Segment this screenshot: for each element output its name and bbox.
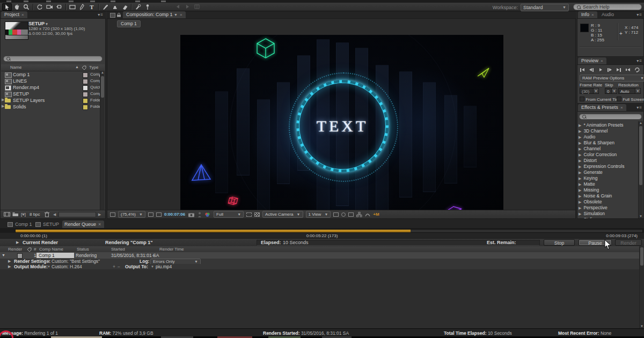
close-icon[interactable]: ×	[180, 12, 182, 17]
timeline-button-icon[interactable]	[348, 212, 354, 217]
stop-button[interactable]: Stop	[544, 239, 575, 246]
workspace-grid-icon[interactable]	[192, 3, 202, 11]
trash-icon[interactable]	[45, 211, 49, 217]
scroll-left-icon[interactable]: ◀	[53, 212, 56, 217]
tab-setup-timeline[interactable]: SETUP	[33, 221, 62, 228]
exposure-badge[interactable]: +M	[373, 212, 379, 217]
workspace-prev-icon[interactable]	[173, 3, 182, 11]
chevron-down-icon[interactable]: ▼	[151, 264, 154, 269]
from-current-time-checkbox[interactable]: From Current Time	[580, 97, 621, 102]
tab-comp1-timeline[interactable]: Comp 1	[5, 221, 35, 228]
motion-blur-icon[interactable]	[365, 212, 370, 217]
sort-asc-icon[interactable]: ▲	[75, 65, 79, 69]
label-swatch[interactable]	[83, 105, 88, 110]
effects-category[interactable]: ▶Obsolete	[579, 199, 602, 204]
new-folder-icon[interactable]	[12, 212, 19, 217]
magnification-dropdown[interactable]: (75,4%)▼	[118, 211, 145, 218]
tab-effects-presets[interactable]: Effects & Presets×	[578, 104, 626, 111]
close-icon[interactable]: ×	[620, 105, 623, 110]
selection-tool-icon[interactable]	[2, 3, 12, 11]
frame-rate-field[interactable]: (30)	[580, 88, 594, 94]
audio-icon[interactable]	[625, 67, 631, 72]
roto-brush-tool-icon[interactable]	[133, 3, 143, 11]
disclosure-icon[interactable]: ▶	[8, 259, 11, 264]
tab-composition[interactable]: Composition: Comp 1 ▼×	[123, 11, 186, 18]
search-help-input[interactable]: Search Help	[573, 4, 642, 10]
horizontal-scrollbar[interactable]	[58, 212, 96, 217]
label-swatch[interactable]	[83, 79, 88, 84]
effects-category[interactable]: ▶3D Channel	[579, 128, 608, 134]
remove-output-icon[interactable]: −	[118, 264, 120, 269]
render-queue-row[interactable]: ▼ 1 Comp 1 Rendering 31/05/2016, 8:31:01…	[0, 252, 644, 259]
label-column-icon[interactable]	[27, 247, 32, 252]
effects-category[interactable]: ▶Channel	[579, 146, 601, 151]
puppet-pin-tool-icon[interactable]	[143, 3, 152, 11]
workspace-next-icon[interactable]	[182, 3, 192, 11]
panel-menu-icon[interactable]: ▾≡	[636, 105, 642, 110]
next-frame-icon[interactable]	[606, 67, 613, 72]
previous-frame-icon[interactable]	[588, 67, 595, 72]
disclosure-icon[interactable]: ▶	[2, 104, 4, 108]
effects-category[interactable]: ▶Keying	[579, 175, 597, 181]
channels-icon[interactable]	[204, 212, 211, 217]
composition-canvas[interactable]: TEXT	[180, 35, 503, 217]
pan-behind-tool-icon[interactable]	[54, 3, 64, 11]
shape-tool-icon[interactable]	[68, 3, 77, 11]
effects-scrollbar[interactable]: ▲ ▼	[638, 121, 643, 218]
effects-category[interactable]: ▶Missing	[579, 187, 599, 193]
effects-category[interactable]: ▶Expression Controls	[579, 164, 624, 169]
close-icon[interactable]: ×	[21, 12, 24, 17]
effects-category[interactable]: ▶Perspective	[579, 205, 608, 210]
frame-rate-dropdown-icon[interactable]: ▼	[593, 88, 599, 94]
lock-icon[interactable]	[116, 13, 121, 17]
panel-menu-icon[interactable]: ▾≡	[636, 58, 642, 63]
add-output-icon[interactable]: +	[113, 264, 115, 269]
tab-render-queue[interactable]: Render Queue×	[62, 221, 104, 228]
disclosure-icon[interactable]: ▶	[8, 264, 11, 269]
resolution-dropdown[interactable]: Full▼	[214, 211, 244, 218]
project-item-row[interactable]: ▶ SETUP Layers Folder	[1, 97, 101, 104]
project-item-row[interactable]: Comp 1 Comp	[1, 71, 101, 78]
selected-item-name[interactable]: SETUP ▾	[28, 21, 48, 26]
flowchart-icon[interactable]	[356, 212, 362, 217]
first-frame-icon[interactable]	[579, 67, 586, 72]
eraser-tool-icon[interactable]	[120, 3, 129, 11]
close-icon[interactable]: ×	[601, 58, 603, 63]
tab-preview[interactable]: Preview×	[578, 57, 606, 64]
hand-tool-icon[interactable]	[12, 3, 21, 11]
effects-category[interactable]: ▶Noise & Grain	[579, 193, 612, 199]
label-swatch[interactable]	[83, 92, 88, 97]
full-screen-checkbox[interactable]: Full Screen	[617, 97, 644, 102]
effects-category[interactable]: ▶Distort	[579, 158, 597, 163]
render-settings-value[interactable]: Custom: "Best Settings"	[52, 259, 100, 264]
camera-tool-icon[interactable]	[45, 3, 54, 11]
type-tool-icon[interactable]: T	[87, 3, 97, 11]
fast-preview-icon[interactable]	[341, 212, 346, 217]
effects-category[interactable]: ▶* Animation Presets	[579, 122, 624, 128]
chevron-down-icon[interactable]: ▼	[174, 13, 178, 17]
last-frame-icon[interactable]	[616, 67, 622, 72]
current-time-display[interactable]: 0:00:07:06	[164, 212, 185, 217]
grid-guides-icon[interactable]	[148, 212, 153, 217]
view-layout-3d-dropdown[interactable]: Active Camera▼	[262, 211, 303, 218]
project-column-header[interactable]: Name ▲ Type	[1, 64, 105, 71]
interpret-footage-icon[interactable]	[4, 212, 10, 217]
always-preview-icon[interactable]	[110, 212, 115, 217]
close-icon[interactable]: ×	[98, 221, 101, 228]
project-settings-button[interactable]: [¥]	[21, 212, 26, 217]
effects-search-input[interactable]	[579, 114, 642, 120]
transparency-grid-icon[interactable]	[254, 212, 260, 217]
loop-icon[interactable]	[634, 67, 640, 72]
effects-category[interactable]: ▶Blur & Sharpen	[579, 140, 614, 145]
effects-category[interactable]: ▶Generate	[579, 170, 603, 175]
snapshot-icon[interactable]	[188, 212, 195, 217]
effects-category[interactable]: ▶Simulation	[579, 211, 605, 216]
label-swatch[interactable]	[83, 72, 88, 78]
comp-mini-tab[interactable]: Comp 1	[117, 20, 141, 27]
effects-category[interactable]: ▶Stylize	[579, 217, 597, 218]
rotate-tool-icon[interactable]	[35, 3, 45, 11]
render-button[interactable]: Render	[615, 239, 642, 246]
project-search-input[interactable]	[3, 56, 103, 62]
output-to-value[interactable]: piu.mp4	[156, 264, 172, 269]
row-expand-icon[interactable]: ▼	[2, 253, 5, 257]
